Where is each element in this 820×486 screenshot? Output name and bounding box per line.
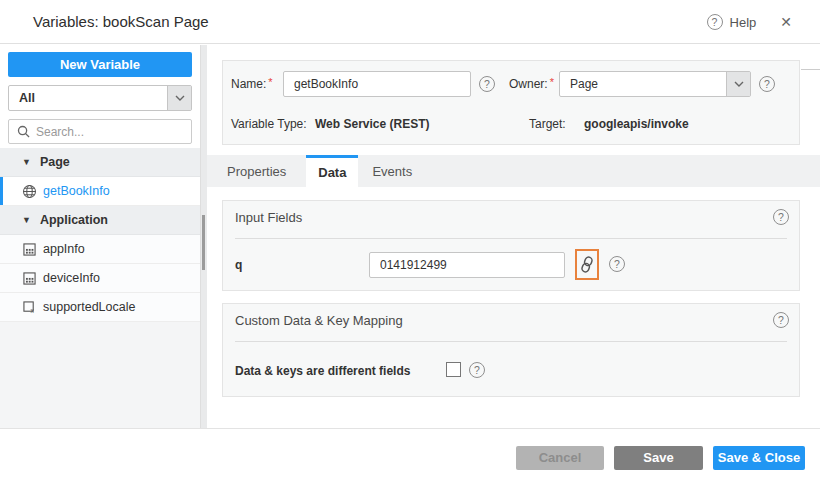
variables-tree: ▼ Page getBookInfo ▼ Application appInfo [0, 148, 200, 322]
data-grid-icon [21, 272, 37, 285]
main-content: Name:* ? Owner:* Page ? Variable Type: W… [207, 45, 820, 428]
input-fields-help-icon[interactable]: ? [773, 209, 789, 225]
input-field-help-icon[interactable]: ? [609, 256, 625, 272]
required-asterisk: * [550, 76, 554, 88]
owner-dropdown[interactable]: Page [559, 71, 751, 97]
titlebar: Variables: bookScan Page ? Help ✕ [0, 0, 820, 44]
scroll-line [801, 69, 820, 70]
custom-mapping-panel: Custom Data & Key Mapping ? Data & keys … [222, 303, 800, 397]
globe-icon [21, 184, 37, 199]
tab-properties[interactable]: Properties [207, 155, 306, 187]
svg-text:x: x [30, 307, 34, 314]
save-button[interactable]: Save [614, 446, 703, 470]
variables-dialog: Variables: bookScan Page ? Help ✕ New Va… [0, 0, 820, 486]
owner-help-icon[interactable]: ? [759, 76, 775, 92]
filter-dropdown[interactable]: All [8, 85, 192, 111]
chevron-down-icon[interactable] [726, 72, 750, 96]
tree-group-page[interactable]: ▼ Page [0, 148, 200, 177]
search-icon [17, 125, 30, 138]
divider [235, 341, 787, 342]
tab-events[interactable]: Events [358, 155, 426, 187]
tree-item-supportedlocale[interactable]: x supportedLocale [0, 293, 200, 322]
divider [235, 238, 787, 239]
variable-type-value: Web Service (REST) [315, 117, 429, 131]
custom-mapping-title: Custom Data & Key Mapping [235, 313, 403, 328]
different-fields-checkbox[interactable] [446, 362, 461, 377]
search-input[interactable] [36, 125, 191, 139]
name-label: Name:* [231, 77, 283, 91]
target-value: googleapis/invoke [584, 117, 689, 131]
caret-down-icon[interactable]: ▼ [22, 215, 31, 225]
variable-details-panel: Name:* ? Owner:* Page ? Variable Type: W… [222, 60, 800, 145]
link-icon [580, 256, 594, 273]
cancel-button[interactable]: Cancel [516, 446, 604, 470]
tab-data[interactable]: Data [306, 155, 358, 187]
locale-variable-icon: x [21, 301, 37, 314]
tree-group-label: Page [40, 155, 70, 169]
new-variable-button[interactable]: New Variable [8, 52, 192, 77]
different-fields-label: Data & keys are different fields [235, 364, 410, 378]
tree-item-label: appInfo [43, 242, 85, 256]
input-field-value[interactable] [369, 252, 565, 278]
tree-item-label: supportedLocale [43, 300, 135, 314]
input-fields-panel: Input Fields ? q ? [222, 200, 800, 291]
tree-item-appinfo[interactable]: appInfo [0, 235, 200, 264]
tree-group-application[interactable]: ▼ Application [0, 206, 200, 235]
footer-bar: Cancel Save Save & Close [0, 428, 820, 486]
target-label: Target: [529, 117, 566, 131]
input-field-key: q [235, 258, 242, 272]
tree-item-label: getBookInfo [43, 184, 110, 198]
dialog-title: Variables: bookScan Page [33, 13, 209, 30]
filter-dropdown-value: All [9, 91, 167, 105]
owner-dropdown-value: Page [560, 77, 726, 91]
link-mapping-button[interactable] [575, 249, 599, 280]
tab-bar: Properties Data Events [207, 155, 820, 187]
help-link[interactable]: Help [730, 15, 757, 30]
sidebar-empty-area [0, 322, 200, 428]
tree-group-label: Application [40, 213, 108, 227]
custom-mapping-help-icon[interactable]: ? [773, 312, 789, 328]
save-close-button[interactable]: Save & Close [713, 446, 805, 470]
variable-type-label: Variable Type: [231, 117, 307, 131]
help-icon[interactable]: ? [707, 14, 723, 30]
data-grid-icon [21, 243, 37, 256]
variables-sidebar: New Variable All ▼ Page getBookInfo [0, 45, 200, 428]
chevron-down-icon[interactable] [167, 86, 191, 110]
close-icon[interactable]: ✕ [780, 14, 792, 30]
tree-item-getbookinfo[interactable]: getBookInfo [0, 177, 200, 206]
input-fields-title: Input Fields [235, 210, 302, 225]
different-fields-help-icon[interactable]: ? [469, 362, 485, 378]
required-asterisk: * [268, 76, 272, 88]
name-field[interactable] [283, 71, 471, 97]
caret-down-icon[interactable]: ▼ [22, 157, 31, 167]
search-box [8, 119, 192, 144]
tree-item-label: deviceInfo [43, 271, 100, 285]
sidebar-scrollbar-thumb[interactable] [202, 215, 205, 270]
tree-item-deviceinfo[interactable]: deviceInfo [0, 264, 200, 293]
owner-label: Owner:* [509, 77, 559, 91]
name-help-icon[interactable]: ? [479, 76, 495, 92]
